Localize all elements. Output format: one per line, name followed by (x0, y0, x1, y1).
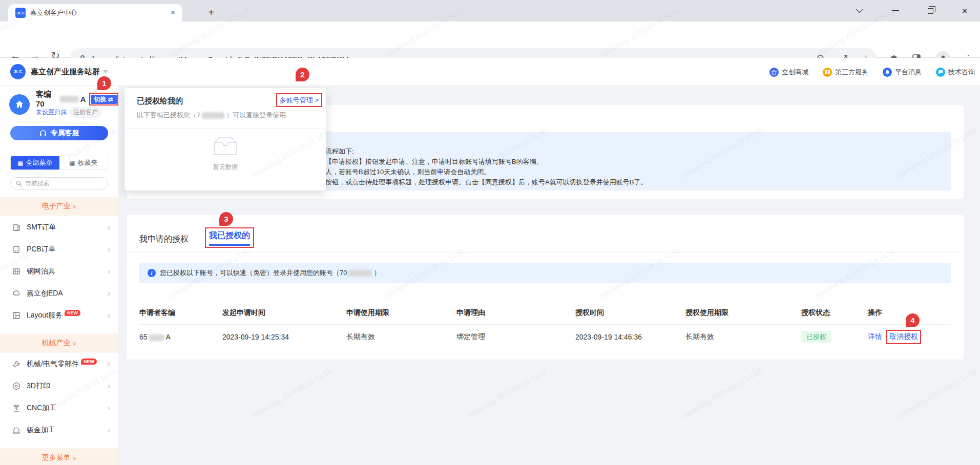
sidebar-item-label: CNC加工 (27, 404, 56, 413)
favicon: JLC (15, 8, 26, 18)
chevron-right-icon: › (108, 360, 110, 369)
caret-down-icon: ∨ (73, 341, 76, 346)
header-link-label: 立创商城 (782, 68, 808, 77)
empty-box-icon (211, 135, 240, 158)
sidebar-item-layout[interactable]: Layout服务 NEW › (0, 304, 118, 326)
dedicated-support-button[interactable]: 专属客服 (10, 126, 108, 140)
popup-subtitle: 以下客编已授权您（7）可以直接登录使用 (137, 111, 286, 120)
popup-title: 已授权给我的 (137, 96, 183, 106)
sidebar-item-stencil[interactable]: 钢网治具› (0, 260, 118, 282)
chevron-right-icon: › (108, 311, 110, 320)
sidebar-item-mech-parts[interactable]: 机械/电气零部件 NEW › (0, 353, 118, 375)
section-title: 电子产业 (42, 202, 71, 211)
col-auth-time: 授权时间 (575, 302, 685, 324)
tab-close-icon[interactable]: × (169, 8, 177, 17)
pcb-order-icon (12, 245, 20, 253)
table-row: 65A 2023-09-19 14:25:34 长期有效 绑定管理 2023-0… (139, 324, 951, 350)
cell-status: 已授权 (801, 324, 868, 350)
window-minimize-icon[interactable] (884, 0, 907, 22)
site-caret-icon (103, 70, 108, 73)
sidebar-item-pcb[interactable]: PCB订单› (0, 238, 118, 260)
chevron-right-icon: › (108, 382, 110, 391)
header-link-support[interactable]: 技术咨询 (936, 68, 975, 77)
header-link-mall[interactable]: 立创商城 (769, 68, 808, 77)
printer-3d-icon (12, 382, 20, 390)
notice-text: 您已授权以下账号，可以快速（免密）登录并使用您的账号（70） (160, 268, 380, 278)
user-code: 客编 70 (36, 90, 58, 108)
tab-my-applied-auth[interactable]: 我申请的授权 (139, 234, 189, 248)
sidebar-menu-tabs: ▦全部菜单 ▦收藏夹 (10, 156, 108, 170)
tab-favorites[interactable]: ▦收藏夹 (59, 156, 108, 170)
cell-auth-time: 2023-09-19 14:46:36 (575, 324, 685, 350)
chevron-right-icon: › (108, 245, 110, 254)
table-header-row: 申请者客编 发起申请时间 申请使用期限 申请理由 授权时间 授权使用期限 授权状… (139, 302, 951, 324)
header-link-thirdparty[interactable]: 第三方服务 (823, 68, 868, 77)
sidebar-item-label: 嘉立创EDA (27, 289, 63, 298)
col-auth-term: 授权使用期限 (685, 302, 801, 324)
window-restore-icon[interactable] (919, 0, 942, 22)
section-electronics[interactable]: 电子产业∨ (0, 197, 118, 216)
grid-icon: ▦ (17, 159, 23, 166)
annotation-box-2: 多账号管理 > (276, 93, 322, 107)
switch-account-button[interactable]: 切换 ⇄ (91, 95, 117, 104)
eda-cloud-icon (12, 289, 20, 298)
cnc-icon (12, 404, 20, 412)
window-dropdown-icon[interactable] (848, 0, 871, 22)
cell-apply-term: 长期有效 (346, 324, 456, 350)
col-applicant: 申请者客编 (139, 302, 222, 324)
page-header: JLC 嘉立创产业服务站群 立创商城 第三方服务 平台消息 技术咨询 (0, 58, 980, 86)
cell-apply-time: 2023-09-19 14:25:34 (222, 324, 346, 350)
col-apply-time: 发起申请时间 (222, 302, 346, 324)
annotation-box-1: 切换 ⇄ (89, 93, 118, 105)
chevron-right-icon: › (108, 404, 110, 413)
no-owner-link[interactable]: 未设置归属 (36, 108, 67, 117)
dedicated-support-label: 专属客服 (51, 129, 79, 138)
sidebar-item-smt[interactable]: SMT订单› (0, 216, 118, 238)
sidebar-item-eda[interactable]: 嘉立创EDA› (0, 282, 118, 304)
info-line: 【申请授权】按钮发起申请。注意，申请时目标账号请填写账号B的客编。 (325, 157, 941, 167)
sidebar-item-3dprint[interactable]: 3D打印› (0, 375, 118, 397)
bell-icon (883, 68, 892, 77)
cell-reason: 绑定管理 (456, 324, 575, 350)
status-badge: 已授权 (801, 331, 831, 343)
tab-my-granted-auth[interactable]: 我已授权的 (209, 230, 250, 246)
user-card: 客编 70A 切换 ⇄ 未设置归属 注册客户 (0, 86, 118, 118)
site-logo[interactable]: JLC 嘉立创产业服务站群 (10, 64, 108, 79)
info-icon: i (148, 269, 156, 277)
sidebar-item-label: PCB订单 (27, 245, 56, 254)
nav-search-box[interactable] (10, 177, 108, 189)
cancel-auth-link[interactable]: 取消授权 (889, 332, 918, 341)
granted-to-me-popup: 已授权给我的 多账号管理 > 以下客编已授权您（7）可以直接登录使用 暂无数据 (124, 88, 326, 191)
registered-badge: 注册客户 (70, 107, 101, 118)
section-more[interactable]: 更多菜单∨ (0, 448, 118, 465)
caret-down-icon: ∨ (73, 204, 76, 209)
sidebar-item-label: 3D打印 (27, 382, 50, 391)
detail-link[interactable]: 详情 (868, 332, 882, 341)
auth-tabs: 我申请的授权 我已授权的 (139, 227, 951, 248)
sidebar-item-sheetmetal[interactable]: 钣金加工› (0, 419, 118, 441)
chevron-right-icon: › (108, 289, 110, 298)
sidebar-item-label: 钢网治具 (27, 267, 55, 276)
third-party-grid-icon (823, 68, 832, 77)
new-tab-button[interactable]: + (204, 5, 218, 19)
sheet-metal-icon (12, 426, 20, 434)
annotation-box-3: 我已授权的 (205, 227, 254, 248)
header-link-messages[interactable]: 平台消息 (883, 68, 922, 77)
nav-search-input[interactable] (25, 180, 92, 187)
window-close-icon[interactable]: × (953, 0, 976, 22)
browser-tab[interactable]: JLC 嘉立创客户中心 × (8, 4, 182, 22)
sidebar-item-label: SMT订单 (27, 223, 56, 232)
tab-all-menu[interactable]: ▦全部菜单 (11, 156, 59, 170)
jlc-logo-icon: JLC (10, 64, 26, 79)
sidebar-item-cnc[interactable]: CNC加工› (0, 397, 118, 419)
chevron-right-icon: › (108, 223, 110, 232)
multi-account-manage-link[interactable]: 多账号管理 > (280, 96, 319, 104)
section-mechanical[interactable]: 机械产业∨ (0, 333, 118, 353)
user-code-line: 客编 70A 切换 ⇄ (36, 93, 118, 104)
cell-applicant: 65A (139, 324, 222, 350)
site-name[interactable]: 嘉立创产业服务站群 (31, 67, 100, 77)
browser-toolbar: ← → ↻ jlc.com/integrated/accountManage?a… (0, 22, 980, 58)
section-title: 更多菜单 (42, 453, 71, 462)
info-line: 按钮，或点击待处理事项标题，处理授权申请。点击【同意授权】后，账号A就可以切换登… (325, 177, 941, 187)
tabs-divider (127, 252, 964, 252)
